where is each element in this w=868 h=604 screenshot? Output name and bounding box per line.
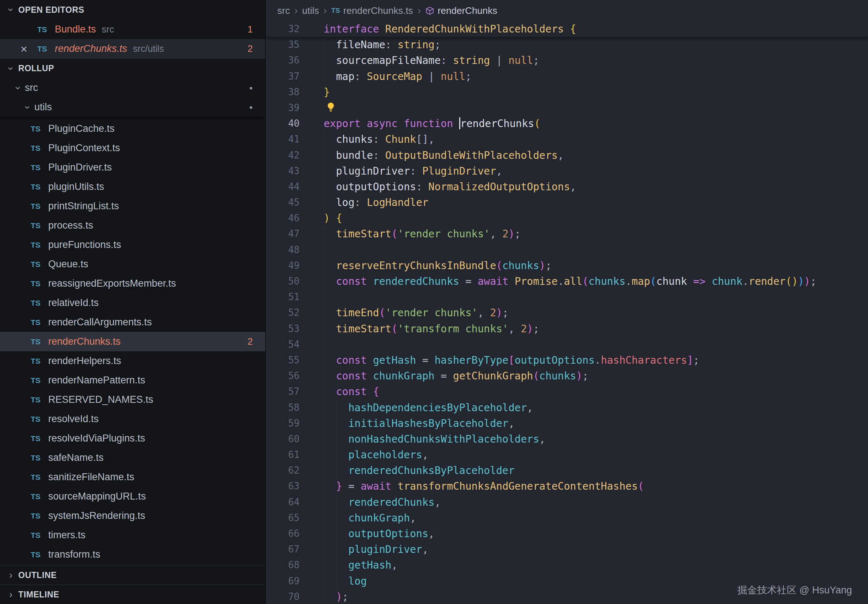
line-number[interactable]: 36 xyxy=(266,53,299,68)
code-line[interactable]: 43 pluginDriver: PluginDriver, xyxy=(266,163,868,179)
line-number[interactable]: 40 xyxy=(266,116,299,132)
line-number[interactable]: 66 xyxy=(266,526,299,542)
breadcrumb-item[interactable]: renderChunks xyxy=(425,5,497,16)
code-line[interactable]: 49 reserveEntryChunksInBundle(chunks); xyxy=(266,258,868,274)
line-number[interactable]: 51 xyxy=(266,289,299,305)
code-line[interactable]: 52 timeEnd('render chunks', 2); xyxy=(266,305,868,321)
line-number[interactable]: 42 xyxy=(266,147,299,163)
code-line[interactable]: 38} xyxy=(266,84,868,100)
outline-header[interactable]: › OUTLINE xyxy=(0,565,265,585)
line-number[interactable]: 48 xyxy=(266,242,299,258)
breadcrumb-item[interactable]: TSrenderChunks.ts xyxy=(331,5,413,16)
tree-file[interactable]: TSprintStringList.ts xyxy=(0,197,265,216)
code-line[interactable]: 53 timeStart('transform chunks', 2); xyxy=(266,321,868,337)
code-line[interactable]: 46) { xyxy=(266,210,868,226)
code-line[interactable]: 36 sourcemapFileName: string | null; xyxy=(266,53,868,68)
tree-file[interactable]: TSpureFunctions.ts xyxy=(0,235,265,254)
line-number[interactable]: 58 xyxy=(266,400,299,415)
code-line[interactable]: 35 fileName: string; xyxy=(266,37,868,53)
line-number[interactable]: 70 xyxy=(266,589,299,604)
lightbulb-icon[interactable] xyxy=(325,102,336,113)
line-number[interactable]: 64 xyxy=(266,494,299,510)
code-line[interactable]: 39 xyxy=(266,100,868,116)
tree-file[interactable]: TSPluginDriver.ts xyxy=(0,158,265,177)
tree-file[interactable]: TSrenderCallArguments.ts xyxy=(0,313,265,332)
line-number[interactable]: 46 xyxy=(266,210,299,226)
line-number[interactable]: 59 xyxy=(266,415,299,431)
code-line[interactable]: 56 const chunkGraph = getChunkGraph(chun… xyxy=(266,368,868,384)
line-number[interactable]: 61 xyxy=(266,447,299,463)
tree-file[interactable]: TSreassignedExportsMember.ts xyxy=(0,274,265,293)
code-line[interactable]: 60 nonHashedChunksWithPlaceholders, xyxy=(266,431,868,447)
project-header[interactable]: › ROLLUP xyxy=(0,59,265,78)
code-line[interactable]: 32interface RenderedChunkWithPlaceholder… xyxy=(266,21,868,37)
line-number[interactable]: 32 xyxy=(266,21,299,37)
tree-file[interactable]: TSsafeName.ts xyxy=(0,448,265,468)
line-number[interactable]: 57 xyxy=(266,384,299,400)
code-line[interactable]: 66 outputOptions, xyxy=(266,526,868,542)
line-number[interactable]: 43 xyxy=(266,163,299,179)
line-number[interactable]: 62 xyxy=(266,463,299,479)
line-number[interactable]: 45 xyxy=(266,195,299,210)
code-line[interactable]: 37 map: SourceMap | null; xyxy=(266,69,868,84)
tree-file[interactable]: TSpluginUtils.ts xyxy=(0,177,265,197)
line-number[interactable]: 60 xyxy=(266,431,299,447)
code-line[interactable]: 61 placeholders, xyxy=(266,447,868,463)
tree-folder[interactable]: ›utils● xyxy=(0,98,265,117)
tree-file[interactable]: TSrelativeId.ts xyxy=(0,293,265,313)
code-line[interactable]: 50 const renderedChunks = await Promise.… xyxy=(266,274,868,289)
line-number[interactable]: 49 xyxy=(266,258,299,274)
tree-file[interactable]: TSrenderNamePattern.ts xyxy=(0,371,265,390)
line-number[interactable]: 50 xyxy=(266,274,299,289)
open-editor-item[interactable]: ×TSrenderChunks.tssrc/utils2 xyxy=(0,39,265,59)
line-number[interactable]: 69 xyxy=(266,573,299,589)
code-line[interactable]: 59 initialHashesByPlaceholder, xyxy=(266,415,868,431)
code-line[interactable]: 40export async function renderChunks( xyxy=(266,116,868,132)
line-number[interactable]: 68 xyxy=(266,557,299,573)
line-number[interactable]: 35 xyxy=(266,37,299,53)
line-number[interactable]: 39 xyxy=(266,100,299,116)
code-line[interactable]: 68 getHash, xyxy=(266,557,868,573)
tree-file[interactable]: TSPluginContext.ts xyxy=(0,138,265,158)
line-number[interactable]: 44 xyxy=(266,179,299,195)
line-number[interactable]: 38 xyxy=(266,84,299,100)
line-number[interactable]: 54 xyxy=(266,337,299,352)
line-number[interactable]: 65 xyxy=(266,510,299,526)
tree-file[interactable]: TSprocess.ts xyxy=(0,216,265,235)
tree-file[interactable]: TSrenderHelpers.ts xyxy=(0,351,265,371)
tree-file[interactable]: TSresolveIdViaPlugins.ts xyxy=(0,429,265,448)
breadcrumb-item[interactable]: src xyxy=(277,5,290,16)
tree-file[interactable]: TSRESERVED_NAMES.ts xyxy=(0,390,265,409)
code-line[interactable]: 47 timeStart('render chunks', 2); xyxy=(266,226,868,242)
code-line[interactable]: 63 } = await transformChunksAndGenerateC… xyxy=(266,479,868,494)
tree-file[interactable]: TSQueue.ts xyxy=(0,254,265,274)
tree-file[interactable]: TSsystemJsRendering.ts xyxy=(0,506,265,525)
code-line[interactable]: 65 chunkGraph, xyxy=(266,510,868,526)
timeline-header[interactable]: › TIMELINE xyxy=(0,585,265,604)
open-editors-header[interactable]: › OPEN EDITORS xyxy=(0,0,265,20)
code-line[interactable]: 55 const getHash = hasherByType[outputOp… xyxy=(266,352,868,368)
line-number[interactable]: 67 xyxy=(266,542,299,557)
code-line[interactable]: 45 log: LogHandler xyxy=(266,195,868,210)
code-line[interactable]: 57 const { xyxy=(266,384,868,400)
code-line[interactable]: 62 renderedChunksByPlaceholder xyxy=(266,463,868,479)
tree-file[interactable]: TSsourceMappingURL.ts xyxy=(0,487,265,506)
code-line[interactable]: 48 xyxy=(266,242,868,258)
tree-file[interactable]: TSrenderChunks.ts2 xyxy=(0,332,265,351)
code-line[interactable]: 51 xyxy=(266,289,868,305)
code-line[interactable]: 67 pluginDriver, xyxy=(266,542,868,557)
code-line[interactable]: 42 bundle: OutputBundleWithPlaceholders, xyxy=(266,147,868,163)
code-line[interactable]: 64 renderedChunks, xyxy=(266,494,868,510)
tree-file[interactable]: TStimers.ts xyxy=(0,525,265,545)
open-editor-item[interactable]: TSBundle.tssrc1 xyxy=(0,20,265,39)
tree-file[interactable]: TSresolveId.ts xyxy=(0,409,265,429)
line-number[interactable]: 55 xyxy=(266,352,299,368)
code-line[interactable]: 54 xyxy=(266,337,868,352)
code-line[interactable]: 44 outputOptions: NormalizedOutputOption… xyxy=(266,179,868,195)
line-number[interactable]: 56 xyxy=(266,368,299,384)
line-number[interactable]: 37 xyxy=(266,69,299,84)
line-number[interactable]: 41 xyxy=(266,132,299,147)
code-line[interactable]: 41 chunks: Chunk[], xyxy=(266,132,868,147)
breadcrumb-item[interactable]: utils xyxy=(302,5,319,16)
tree-folder[interactable]: ›src● xyxy=(0,78,265,98)
